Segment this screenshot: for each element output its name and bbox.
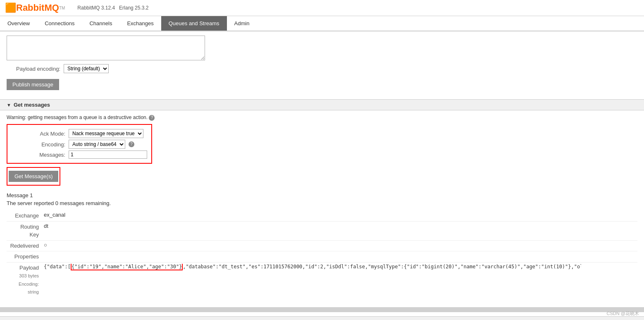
payload-highlight: {"id":"19","name":"Alice","age":"30"} [71, 264, 183, 270]
get-messages-button[interactable]: Get Message(s) [9, 171, 58, 182]
messages-row: Messages: [12, 150, 147, 159]
payload-label: Payload 303 bytesEncoding:string [7, 264, 44, 296]
get-messages-button-wrapper: Get Message(s) [7, 167, 60, 186]
publish-section: Payload encoding: String (default) Base6… [7, 31, 637, 99]
move-messages-title: Move messages [13, 319, 52, 320]
move-messages-arrow: ▶ [7, 319, 11, 320]
messages-label: Messages: [12, 152, 65, 158]
header: 🟧RabbitMQ TM RabbitMQ 3.12.4 Erlang 25.3… [0, 0, 644, 16]
get-messages-warning: Warning: getting messages from a queue i… [7, 115, 637, 121]
messages-input[interactable] [69, 150, 147, 159]
encoding-label: Encoding: [12, 141, 65, 148]
payload-value: {"data":[{"id":"19","name":"Alice","age"… [44, 264, 581, 296]
logo-tm: TM [59, 6, 65, 10]
payload-encoding-label: Payload encoding: [7, 66, 60, 72]
message-detail: Exchange ex_canal RoutingKey dt Redelive… [7, 210, 637, 297]
nav-channels[interactable]: Channels [82, 16, 119, 31]
payload-encoding-select[interactable]: String (default) Base64 [64, 64, 109, 73]
nav-overview[interactable]: Overview [0, 16, 37, 31]
main-nav: Overview Connections Channels Exchanges … [0, 16, 644, 31]
encoding-help-badge[interactable]: ? [129, 141, 134, 147]
nav-admin[interactable]: Admin [227, 16, 257, 31]
payload-textarea[interactable] [7, 36, 205, 60]
warning-help-badge[interactable]: ? [149, 115, 155, 121]
move-messages-header[interactable]: ▶ Move messages [0, 316, 644, 320]
publish-message-button[interactable]: Publish message [7, 79, 59, 90]
properties-label: Properties [7, 253, 44, 261]
redelivered-label: Redelivered [7, 242, 44, 250]
logo: 🟧RabbitMQ TM [5, 2, 65, 13]
horizontal-scrollbar[interactable] [0, 307, 644, 312]
payload-row: Payload 303 bytesEncoding:string {"data"… [7, 263, 637, 297]
nav-exchanges[interactable]: Exchanges [119, 16, 161, 31]
payload-sub-label: 303 bytesEncoding:string [19, 273, 39, 294]
remaining-text: The server reported 0 messages remaining… [7, 200, 637, 206]
get-messages-arrow: ▼ [7, 103, 11, 107]
nav-queues-streams[interactable]: Queues and Streams [161, 16, 227, 31]
exchange-row: Exchange ex_canal [7, 210, 637, 222]
ack-mode-row: Ack Mode: Nack message requeue true Ack … [12, 129, 147, 138]
redelivered-value: ○ [44, 242, 47, 250]
get-messages-body: Warning: getting messages from a queue i… [7, 110, 637, 306]
routing-key-value: dt [44, 223, 48, 239]
get-messages-form: Ack Mode: Nack message requeue true Ack … [7, 124, 152, 164]
nav-connections[interactable]: Connections [37, 16, 82, 31]
message-result-label: Message 1 [7, 192, 637, 198]
watermark: CSDN @花晓木 [607, 310, 639, 317]
main-content: Payload encoding: String (default) Base6… [0, 31, 644, 320]
version-info: RabbitMQ 3.12.4 Erlang 25.3.2 [77, 5, 148, 11]
ack-mode-select[interactable]: Nack message requeue true Ack message re… [69, 129, 143, 138]
encoding-select[interactable]: Auto string / base64 base64 [69, 140, 125, 149]
exchange-label: Exchange [7, 212, 44, 220]
exchange-value: ex_canal [44, 212, 65, 220]
routing-key-row: RoutingKey dt [7, 222, 637, 241]
redelivered-row: Redelivered ○ [7, 241, 637, 252]
logo-rabbit-text: 🟧RabbitMQ [5, 2, 59, 13]
get-messages-header[interactable]: ▼ Get messages [0, 99, 644, 110]
encoding-row: Encoding: Auto string / base64 base64 ? [12, 140, 147, 149]
ack-mode-label: Ack Mode: [12, 131, 65, 137]
routing-key-label: RoutingKey [7, 223, 44, 239]
payload-encoding-row: Payload encoding: String (default) Base6… [7, 64, 637, 73]
properties-row: Properties [7, 251, 637, 263]
get-messages-title: Get messages [14, 102, 50, 108]
